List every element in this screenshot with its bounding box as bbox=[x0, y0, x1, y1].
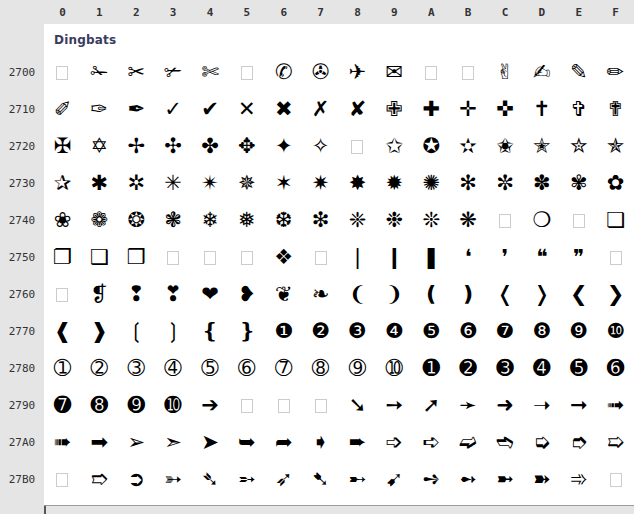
glyph-cell[interactable]: ✣ bbox=[155, 128, 192, 165]
glyph-cell[interactable]: ✙ bbox=[376, 91, 413, 128]
glyph-cell[interactable] bbox=[192, 239, 229, 276]
glyph-cell[interactable]: ✽ bbox=[523, 165, 560, 202]
glyph-cell[interactable]: ✮ bbox=[560, 128, 597, 165]
glyph-cell[interactable]: ➼ bbox=[487, 461, 524, 498]
glyph-cell[interactable]: ✛ bbox=[450, 91, 487, 128]
glyph-cell[interactable]: ❮ bbox=[560, 276, 597, 313]
glyph-cell[interactable]: ➩ bbox=[376, 424, 413, 461]
glyph-cell[interactable]: ❫ bbox=[450, 276, 487, 313]
glyph-cell[interactable]: ✆ bbox=[265, 54, 302, 91]
glyph-cell[interactable]: ✎ bbox=[560, 54, 597, 91]
glyph-cell[interactable]: ✲ bbox=[118, 165, 155, 202]
glyph-cell[interactable]: ✧ bbox=[302, 128, 339, 165]
glyph-cell[interactable]: ❞ bbox=[560, 239, 597, 276]
glyph-cell[interactable]: ✵ bbox=[228, 165, 265, 202]
glyph-cell[interactable]: ➦ bbox=[265, 424, 302, 461]
glyph-cell[interactable]: ❹ bbox=[376, 313, 413, 350]
glyph-cell[interactable] bbox=[450, 54, 487, 91]
glyph-cell[interactable]: ✟ bbox=[597, 91, 634, 128]
glyph-cell[interactable]: ➂ bbox=[118, 350, 155, 387]
glyph-cell[interactable]: ❵ bbox=[228, 313, 265, 350]
glyph-cell[interactable]: ➝ bbox=[523, 387, 560, 424]
glyph-cell[interactable]: ➻ bbox=[450, 461, 487, 498]
glyph-cell[interactable]: ➫ bbox=[450, 424, 487, 461]
glyph-cell[interactable]: ❴ bbox=[192, 313, 229, 350]
glyph-cell[interactable]: ➪ bbox=[413, 424, 450, 461]
glyph-cell[interactable]: ✷ bbox=[302, 165, 339, 202]
glyph-cell[interactable]: ➞ bbox=[560, 387, 597, 424]
glyph-cell[interactable]: ❇ bbox=[302, 202, 339, 239]
glyph-cell[interactable]: ❜ bbox=[487, 239, 524, 276]
glyph-cell[interactable]: ❼ bbox=[487, 313, 524, 350]
glyph-cell[interactable]: ✾ bbox=[560, 165, 597, 202]
glyph-cell[interactable]: ➥ bbox=[228, 424, 265, 461]
glyph-cell[interactable]: ➺ bbox=[413, 461, 450, 498]
glyph-cell[interactable] bbox=[155, 239, 192, 276]
glyph-cell[interactable]: ✡ bbox=[81, 128, 118, 165]
glyph-cell[interactable] bbox=[597, 239, 634, 276]
glyph-cell[interactable]: ➲ bbox=[118, 461, 155, 498]
glyph-cell[interactable]: ✫ bbox=[450, 128, 487, 165]
glyph-cell[interactable] bbox=[413, 54, 450, 91]
glyph-cell[interactable]: ✬ bbox=[487, 128, 524, 165]
glyph-cell[interactable]: ➙ bbox=[376, 387, 413, 424]
glyph-cell[interactable]: ➆ bbox=[265, 350, 302, 387]
glyph-cell[interactable]: ❩ bbox=[376, 276, 413, 313]
glyph-cell[interactable]: ✸ bbox=[339, 165, 376, 202]
glyph-cell[interactable]: ➜ bbox=[487, 387, 524, 424]
glyph-cell[interactable]: ➌ bbox=[487, 350, 524, 387]
glyph-cell[interactable]: ❷ bbox=[302, 313, 339, 350]
glyph-cell[interactable]: ❑ bbox=[81, 239, 118, 276]
glyph-cell[interactable]: ✒ bbox=[118, 91, 155, 128]
glyph-cell[interactable]: ❬ bbox=[487, 276, 524, 313]
glyph-cell[interactable] bbox=[44, 54, 81, 91]
glyph-cell[interactable] bbox=[302, 387, 339, 424]
glyph-cell[interactable]: ✖ bbox=[265, 91, 302, 128]
glyph-cell[interactable]: ❧ bbox=[302, 276, 339, 313]
glyph-cell[interactable]: ❿ bbox=[597, 313, 634, 350]
glyph-cell[interactable]: ➒ bbox=[118, 387, 155, 424]
glyph-cell[interactable]: ➓ bbox=[155, 387, 192, 424]
glyph-cell[interactable]: ✄ bbox=[192, 54, 229, 91]
glyph-cell[interactable]: ➉ bbox=[376, 350, 413, 387]
glyph-cell[interactable]: ❝ bbox=[523, 239, 560, 276]
glyph-cell[interactable] bbox=[265, 387, 302, 424]
glyph-cell[interactable]: ➧ bbox=[302, 424, 339, 461]
glyph-cell[interactable]: ✜ bbox=[487, 91, 524, 128]
glyph-cell[interactable]: ❛ bbox=[450, 239, 487, 276]
glyph-cell[interactable]: ➠ bbox=[44, 424, 81, 461]
glyph-cell[interactable]: ✿ bbox=[597, 165, 634, 202]
glyph-cell[interactable] bbox=[44, 461, 81, 498]
glyph-cell[interactable]: ❂ bbox=[118, 202, 155, 239]
glyph-cell[interactable]: ➎ bbox=[560, 350, 597, 387]
glyph-cell[interactable]: ➁ bbox=[81, 350, 118, 387]
glyph-cell[interactable]: ✼ bbox=[487, 165, 524, 202]
glyph-cell[interactable] bbox=[560, 202, 597, 239]
glyph-cell[interactable] bbox=[44, 276, 81, 313]
glyph-cell[interactable]: ❸ bbox=[339, 313, 376, 350]
glyph-cell[interactable]: ➏ bbox=[597, 350, 634, 387]
glyph-cell[interactable]: ✤ bbox=[192, 128, 229, 165]
glyph-cell[interactable]: ➣ bbox=[155, 424, 192, 461]
glyph-cell[interactable]: ✶ bbox=[265, 165, 302, 202]
glyph-cell[interactable]: ➊ bbox=[413, 350, 450, 387]
glyph-cell[interactable]: ➟ bbox=[597, 387, 634, 424]
glyph-cell[interactable]: ✈ bbox=[339, 54, 376, 91]
glyph-cell[interactable]: ✗ bbox=[302, 91, 339, 128]
glyph-cell[interactable]: ✐ bbox=[44, 91, 81, 128]
glyph-cell[interactable]: ❱ bbox=[81, 313, 118, 350]
glyph-cell[interactable]: ✕ bbox=[228, 91, 265, 128]
glyph-cell[interactable] bbox=[228, 387, 265, 424]
glyph-cell[interactable]: ✚ bbox=[413, 91, 450, 128]
glyph-cell[interactable]: ➛ bbox=[450, 387, 487, 424]
glyph-cell[interactable]: ➃ bbox=[155, 350, 192, 387]
glyph-cell[interactable]: ❁ bbox=[81, 202, 118, 239]
glyph-cell[interactable]: ➤ bbox=[192, 424, 229, 461]
glyph-cell[interactable] bbox=[302, 239, 339, 276]
glyph-cell[interactable]: ✩ bbox=[376, 128, 413, 165]
glyph-cell[interactable]: ❰ bbox=[44, 313, 81, 350]
glyph-cell[interactable]: ✍ bbox=[523, 54, 560, 91]
glyph-cell[interactable]: ✴ bbox=[192, 165, 229, 202]
glyph-cell[interactable]: ✻ bbox=[450, 165, 487, 202]
glyph-cell[interactable]: ➑ bbox=[81, 387, 118, 424]
